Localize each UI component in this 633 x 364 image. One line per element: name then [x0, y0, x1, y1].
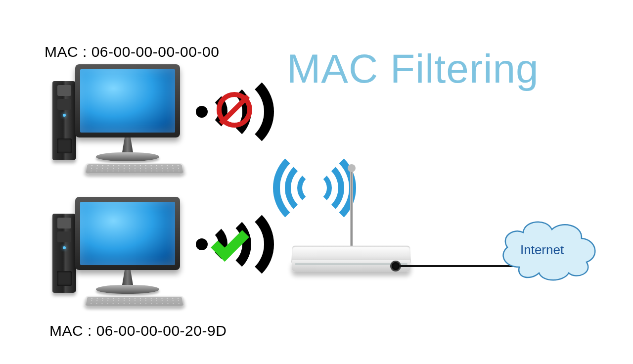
cloud-label: Internet [520, 242, 564, 258]
blocked-icon [217, 92, 252, 128]
router-broadcast-icon [270, 148, 359, 228]
mac-label-blocked: MAC : 06-00-00-00-00-00 [45, 44, 219, 60]
diagram-canvas: MAC Filtering MAC : 06-00-00-00-00-00 MA… [0, 0, 633, 364]
keyboard-icon [84, 296, 185, 307]
monitor-icon [75, 197, 180, 270]
pc-tower-icon [52, 214, 76, 293]
computer-allowed [53, 197, 182, 306]
keyboard-icon [84, 163, 185, 175]
router-icon [292, 218, 410, 277]
monitor-icon [75, 64, 180, 137]
pc-tower-icon [52, 81, 76, 160]
computer-blocked [53, 64, 182, 173]
title: MAC Filtering [287, 46, 539, 92]
mac-label-allowed: MAC : 06-00-00-00-20-9D [49, 322, 226, 339]
